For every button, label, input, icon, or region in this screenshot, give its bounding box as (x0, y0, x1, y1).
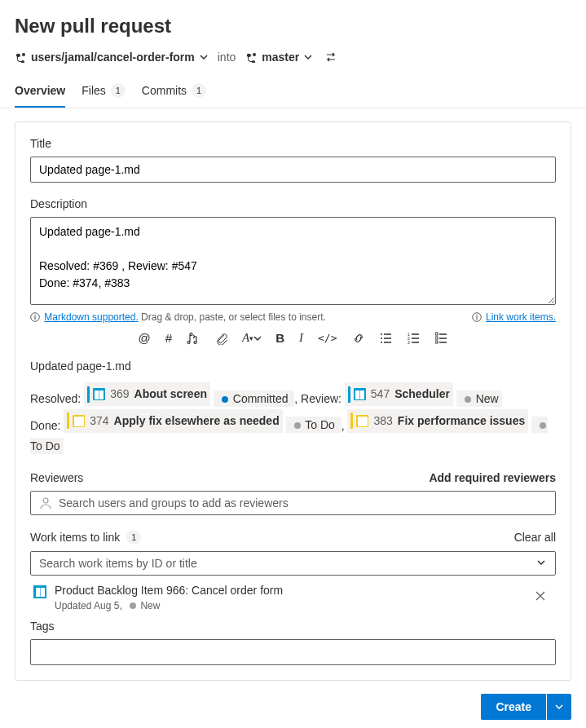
state-text: To Do (305, 418, 335, 431)
info-icon (472, 312, 482, 322)
linked-state: New (140, 600, 160, 611)
work-items-placeholder: Search work items by ID or title (39, 557, 197, 570)
chevron-down-icon (304, 53, 312, 61)
pr-form-panel: Title Description Markdown supported. Dr… (15, 121, 571, 681)
state-chip: Committed (214, 390, 294, 407)
separator: , (341, 418, 348, 431)
create-button[interactable]: Create (481, 694, 546, 720)
title-input[interactable] (30, 157, 556, 183)
drag-hint: Drag & drop, paste, or select files to i… (139, 311, 326, 323)
markdown-hint: Markdown supported. Drag & drop, paste, … (30, 311, 326, 323)
work-item-id: 369 (110, 384, 129, 404)
hash-button[interactable]: # (165, 331, 172, 345)
source-branch-name: users/jamal/cancel-order-form (31, 51, 195, 64)
tab-files[interactable]: Files 1 (82, 77, 126, 108)
review-label: , Review: (294, 392, 341, 405)
bullet-list-button[interactable] (380, 331, 393, 345)
reviewers-search[interactable] (30, 491, 556, 515)
pr-ref-button[interactable] (187, 331, 200, 345)
item-bar (348, 386, 350, 403)
work-items-label: Work items to link (30, 531, 120, 544)
chevron-down-icon (200, 53, 208, 61)
work-item-title: Fix performance issues (398, 411, 525, 431)
resolved-label: Resolved: (30, 392, 81, 405)
italic-button[interactable]: I (299, 331, 303, 345)
files-count-badge: 1 (111, 83, 126, 98)
page-title: New pull request (0, 0, 586, 47)
number-list-button[interactable] (408, 331, 421, 345)
item-bar (350, 413, 353, 429)
branch-icon (15, 51, 26, 63)
add-required-reviewers-link[interactable]: Add required reviewers (429, 471, 556, 484)
preview-body: Resolved: 369 About screen Committed , R… (30, 382, 556, 457)
state-dot-icon (540, 422, 546, 429)
footer-actions: Create (0, 694, 586, 728)
link-work-items-link[interactable]: Link work items. (486, 311, 556, 323)
tab-commits-label: Commits (142, 84, 187, 97)
preview-heading: Updated page-1.md (30, 360, 556, 373)
branch-bar: users/jamal/cancel-order-form into maste… (0, 47, 586, 77)
linked-item-title[interactable]: Product Backlog Item 966: Cancel order f… (55, 584, 283, 597)
tags-input[interactable] (30, 639, 556, 665)
task-list-button[interactable] (435, 331, 448, 345)
mention-button[interactable]: @ (138, 331, 150, 345)
source-branch-select[interactable]: users/jamal/cancel-order-form (15, 51, 208, 64)
markdown-link[interactable]: Markdown supported. (44, 311, 138, 323)
attach-button[interactable] (214, 331, 227, 345)
state-chip: New (456, 390, 502, 407)
state-dot-icon (222, 396, 228, 403)
tab-commits[interactable]: Commits 1 (142, 77, 206, 108)
work-items-search[interactable]: Search work items by ID or title (30, 551, 556, 576)
work-item-chip[interactable]: 374 Apply fix elsewhere as needed (64, 409, 282, 433)
reviewers-label: Reviewers (30, 471, 83, 484)
state-text: Committed (233, 392, 289, 405)
work-item-id: 374 (90, 411, 108, 431)
target-branch-select[interactable]: master (245, 51, 312, 64)
work-item-id: 383 (373, 411, 392, 431)
work-item-title: Apply fix elsewhere as needed (114, 411, 280, 431)
title-label: Title (30, 137, 556, 150)
tabs: Overview Files 1 Commits 1 (0, 77, 586, 108)
clear-all-link[interactable]: Clear all (514, 531, 556, 544)
state-text: New (476, 392, 499, 405)
done-label: Done: (30, 418, 60, 431)
description-input[interactable] (30, 217, 556, 305)
reviewers-input[interactable] (59, 496, 547, 510)
target-branch-name: master (262, 51, 299, 64)
work-item-chip[interactable]: 383 Fix performance issues (347, 409, 528, 433)
work-item-id: 547 (371, 384, 390, 404)
commits-count-badge: 1 (192, 83, 206, 98)
work-items-count-badge: 1 (126, 530, 141, 545)
task-icon (356, 415, 368, 427)
state-dot-icon (130, 602, 136, 609)
work-item-chip[interactable]: 547 Scheduler (345, 382, 453, 406)
state-dot-icon (294, 422, 301, 429)
info-icon (30, 312, 40, 322)
link-button[interactable] (352, 331, 365, 345)
backlog-item-icon (93, 388, 105, 400)
linked-item-meta: Updated Aug 5, New (55, 600, 283, 611)
linked-updated: Updated Aug 5, (55, 600, 122, 611)
item-bar (67, 413, 69, 429)
tab-files-label: Files (82, 84, 106, 97)
item-bar (87, 386, 90, 403)
into-label: into (218, 51, 236, 64)
chevron-down-icon (537, 558, 547, 568)
tab-overview[interactable]: Overview (15, 77, 65, 108)
create-dropdown-button[interactable] (547, 694, 571, 720)
backlog-item-icon (33, 585, 46, 598)
work-item-chip[interactable]: 369 About screen (84, 382, 210, 406)
linked-work-item: Product Backlog Item 966: Cancel order f… (30, 576, 556, 620)
remove-linked-item-button[interactable] (528, 584, 553, 611)
backlog-item-icon (354, 388, 366, 400)
bold-button[interactable]: B (275, 331, 284, 345)
state-text: To Do (30, 439, 60, 452)
swap-branches-icon[interactable] (325, 51, 338, 64)
link-work-items-hint: Link work items. (472, 311, 556, 323)
text-style-button[interactable]: A▾ (242, 331, 261, 345)
work-item-title: Scheduler (394, 384, 450, 404)
branch-icon (245, 51, 257, 63)
work-item-title: About screen (134, 384, 207, 404)
markdown-toolbar: @ # A▾ B I </> (30, 331, 556, 345)
code-button[interactable]: </> (318, 331, 337, 345)
